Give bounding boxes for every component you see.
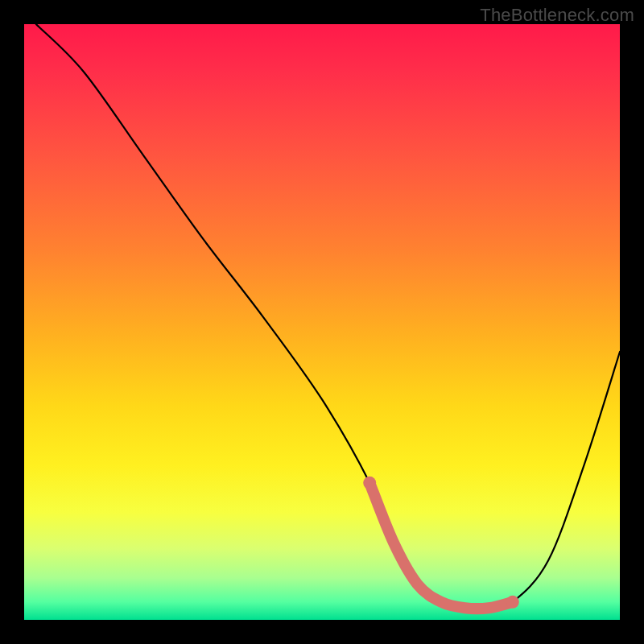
- highlight-dot: [506, 596, 519, 609]
- bottleneck-curve-line: [36, 24, 620, 609]
- watermark-text: TheBottleneck.com: [480, 5, 634, 26]
- plot-area: [24, 24, 620, 620]
- curve-svg: [24, 24, 620, 620]
- highlight-segment: [369, 483, 513, 609]
- chart-frame: TheBottleneck.com: [0, 0, 644, 644]
- highlight-dot: [363, 477, 376, 489]
